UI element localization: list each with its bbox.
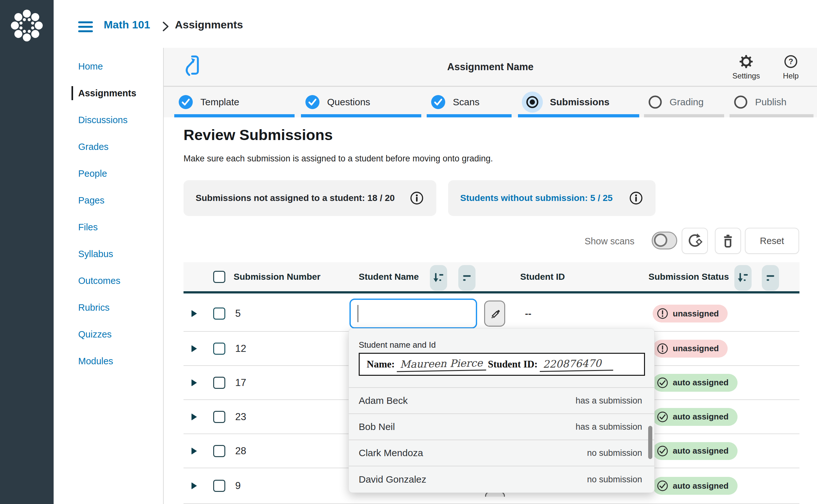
breadcrumb-course-link[interactable]: Math 101 — [104, 19, 150, 31]
student-option-name: Bob Neil — [359, 421, 395, 432]
scan-name-label: Name: — [367, 359, 395, 370]
student-option[interactable]: David Gonzalez no submission — [349, 466, 654, 493]
step-complete-check-icon — [178, 94, 193, 110]
student-option[interactable]: Bob Neil has a submission — [349, 413, 654, 440]
nav-item-pages[interactable]: Pages — [54, 187, 163, 214]
help-button[interactable]: ? Help — [775, 54, 807, 80]
submission-status-filter-button[interactable] — [762, 265, 779, 291]
text-cursor — [357, 305, 358, 322]
nav-item-home[interactable]: Home — [54, 53, 163, 80]
expand-row-icon[interactable] — [191, 448, 197, 455]
info-icon[interactable] — [410, 191, 424, 205]
rerun-auto-assign-button[interactable] — [682, 228, 708, 254]
student-name-filter-button[interactable] — [458, 265, 476, 291]
hamburger-menu-icon[interactable] — [78, 21, 93, 32]
status-badge: auto assigned — [653, 442, 738, 460]
dropdown-scrollbar[interactable] — [648, 426, 652, 459]
reset-button[interactable]: Reset — [745, 228, 799, 254]
nav-item-syllabus[interactable]: Syllabus — [54, 241, 163, 267]
nav-item-rubrics[interactable]: Rubrics — [54, 294, 163, 321]
check-circle-icon — [657, 480, 669, 492]
table-row: 5 -- unassigned — [183, 296, 799, 332]
unassigned-submissions-summary: Submissions not assigned to a student: 1… — [183, 180, 436, 216]
nav-item-files[interactable]: Files — [54, 214, 163, 241]
student-option-name: Adam Beck — [359, 395, 407, 406]
step-label: Grading — [670, 97, 704, 107]
expand-row-icon[interactable] — [191, 413, 197, 420]
row-checkbox[interactable] — [213, 480, 225, 492]
unassigned-submissions-text: Submissions not assigned to a student: 1… — [196, 193, 395, 203]
step-publish[interactable]: Publish — [730, 87, 813, 117]
nav-item-people[interactable]: People — [54, 160, 163, 187]
nav-item-quizzes[interactable]: Quizzes — [54, 321, 163, 348]
status-text: auto assigned — [673, 481, 729, 491]
col-student-id: Student ID — [520, 272, 565, 282]
step-template[interactable]: Template — [174, 87, 294, 117]
check-circle-icon — [657, 411, 669, 423]
page-title: Review Submissions — [183, 126, 333, 144]
gear-icon — [739, 54, 754, 69]
status-badge: unassigned — [653, 305, 728, 322]
select-all-checkbox[interactable] — [213, 271, 225, 283]
student-option[interactable]: Adam Beck has a submission — [349, 387, 654, 413]
nav-item-assignments[interactable]: Assignments — [54, 80, 163, 107]
student-name-sort-button[interactable] — [430, 265, 447, 291]
row-checkbox[interactable] — [213, 411, 225, 423]
step-complete-check-icon — [305, 94, 320, 110]
student-option-status: no submission — [587, 448, 642, 458]
page-subtitle: Make sure each submission is assigned to… — [183, 154, 493, 164]
step-scans[interactable]: Scans — [427, 87, 512, 117]
app-screen: Math 101 Assignments Home Assignments Di… — [0, 0, 817, 504]
pencil-icon — [489, 308, 501, 320]
canvas-logo[interactable] — [10, 8, 44, 43]
course-nav: Home Assignments Discussions Grades Peop… — [54, 48, 164, 504]
show-scans-label: Show scans — [559, 236, 635, 247]
status-badge: auto assigned — [653, 374, 738, 392]
expand-row-icon[interactable] — [191, 310, 197, 317]
row-checkbox[interactable] — [213, 377, 225, 389]
exclamation-circle-icon — [657, 308, 669, 320]
scan-preview: Name: Maureen Pierce Student ID: 2208764… — [359, 353, 645, 376]
status-text: auto assigned — [673, 412, 729, 422]
row-checkbox[interactable] — [213, 445, 225, 457]
nav-item-grades[interactable]: Grades — [54, 133, 163, 160]
check-circle-icon — [657, 377, 669, 389]
edit-name-button[interactable] — [484, 300, 505, 327]
submission-status-sort-button[interactable] — [734, 265, 752, 291]
info-icon[interactable] — [629, 191, 643, 205]
step-grading[interactable]: Grading — [644, 87, 724, 117]
students-without-submission-link[interactable]: Students without submission: 5 / 25 — [460, 193, 613, 203]
student-option-status: has a submission — [576, 396, 642, 406]
student-name-input[interactable] — [349, 299, 477, 329]
submissions-table-header: Submission Number Student Name Student I… — [183, 262, 799, 293]
show-scans-toggle[interactable] — [652, 232, 677, 249]
dropdown-label: Student name and Id — [359, 340, 436, 350]
step-questions[interactable]: Questions — [301, 87, 421, 117]
scan-handwritten-name: Maureen Pierce — [396, 357, 486, 372]
col-submission-number: Submission Number — [234, 272, 320, 282]
submission-number: 12 — [235, 343, 246, 354]
row-checkbox[interactable] — [213, 343, 225, 355]
expand-row-icon[interactable] — [191, 379, 197, 386]
student-option-name: David Gonzalez — [359, 474, 427, 485]
expand-row-icon[interactable] — [191, 345, 197, 352]
step-submissions[interactable]: Submissions — [518, 87, 639, 117]
row-checkbox[interactable] — [213, 308, 225, 320]
nav-item-modules[interactable]: Modules — [54, 348, 163, 374]
step-label: Questions — [327, 97, 370, 107]
status-text: auto assigned — [673, 378, 729, 388]
settings-button[interactable]: Settings — [727, 54, 765, 80]
step-label: Submissions — [550, 97, 610, 107]
student-option[interactable]: Clark Mendoza no submission — [349, 440, 654, 466]
status-badge: unassigned — [653, 340, 728, 358]
nav-item-discussions[interactable]: Discussions — [54, 107, 163, 133]
sort-descending-icon — [432, 271, 445, 284]
status-text: unassigned — [673, 309, 719, 319]
step-upcoming-circle-icon — [648, 95, 663, 109]
status-badge: auto assigned — [653, 408, 738, 426]
students-without-submission-summary: Students without submission: 5 / 25 — [448, 180, 656, 216]
expand-row-icon[interactable] — [191, 482, 197, 489]
submission-number: 5 — [235, 308, 241, 319]
delete-button[interactable] — [715, 228, 741, 254]
nav-item-outcomes[interactable]: Outcomes — [54, 267, 163, 294]
